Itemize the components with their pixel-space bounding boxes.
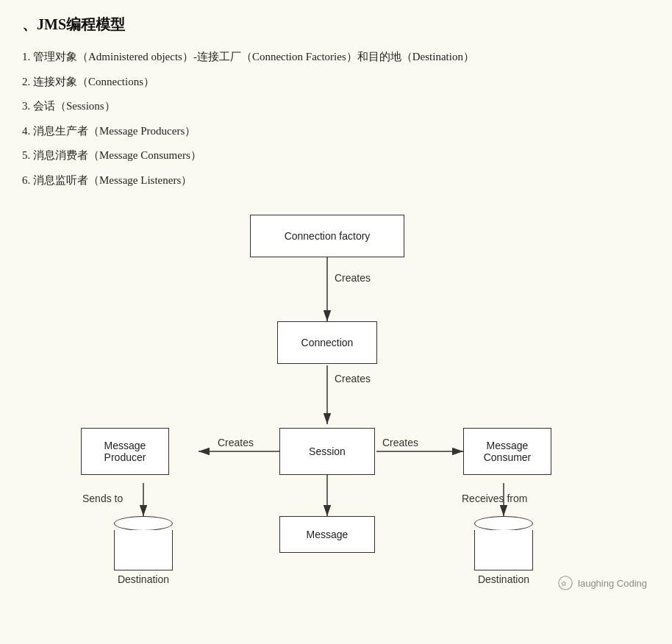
- destination-right: Destination: [474, 516, 533, 585]
- session-box: Session: [279, 428, 375, 475]
- creates-label-4: Creates: [382, 437, 418, 448]
- list-item-3: 3. 会话（Sessions）: [22, 97, 650, 116]
- receives-from-label: Receives from: [462, 493, 527, 504]
- creates-label-2: Creates: [335, 373, 371, 384]
- sends-to-label: Sends to: [82, 493, 123, 504]
- list-item-2: 2. 连接对象（Connections）: [22, 73, 650, 92]
- message-consumer-box: Message Consumer: [463, 428, 551, 475]
- list-item-6: 6. 消息监听者（Message Listeners）: [22, 171, 650, 190]
- connection-factory-box: Connection factory: [250, 215, 404, 257]
- svg-text:✿: ✿: [561, 580, 567, 587]
- page-title: 、JMS编程模型: [22, 15, 650, 35]
- list-item-1: 1. 管理对象（Administered objects）-连接工厂（Conne…: [22, 48, 650, 67]
- message-box: Message: [279, 516, 375, 553]
- watermark: ✿ laughing Coding: [557, 575, 647, 591]
- creates-label-3: Creates: [218, 437, 254, 448]
- creates-label-1: Creates: [335, 272, 371, 284]
- message-producer-box: Message Producer: [81, 428, 169, 475]
- list-item-5: 5. 消息消费者（Message Consumers）: [22, 146, 650, 165]
- connection-box: Connection: [277, 321, 377, 364]
- list-item-4: 4. 消息生产者（Message Producers）: [22, 122, 650, 141]
- diagram-area: Connection factory Creates Connection Cr…: [22, 207, 654, 597]
- watermark-icon: ✿: [557, 575, 573, 591]
- destination-left: Destination: [114, 516, 173, 585]
